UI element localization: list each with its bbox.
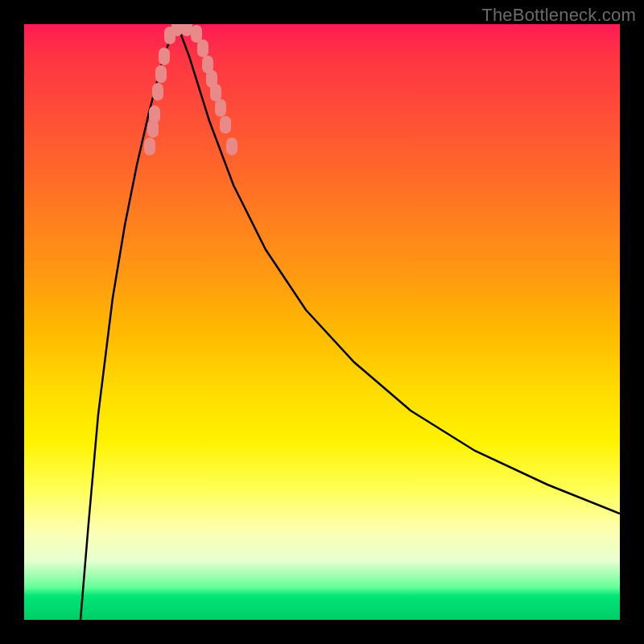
watermark-text: TheBottleneck.com — [481, 5, 636, 26]
data-marker — [171, 24, 183, 36]
data-marker — [197, 39, 208, 57]
marker-cluster — [144, 24, 237, 155]
data-marker — [215, 99, 226, 117]
data-marker — [144, 138, 155, 155]
data-marker — [191, 25, 202, 43]
data-marker — [155, 65, 167, 83]
data-marker — [159, 47, 170, 65]
data-marker — [226, 138, 237, 155]
data-marker — [181, 24, 192, 36]
data-marker — [220, 116, 231, 134]
data-marker — [149, 105, 160, 123]
bottleneck-chart — [24, 24, 620, 620]
chart-frame — [24, 24, 620, 620]
curve-left-branch — [80, 24, 177, 620]
data-marker — [152, 83, 163, 101]
data-marker — [210, 84, 221, 101]
curve-right-branch — [177, 24, 620, 514]
